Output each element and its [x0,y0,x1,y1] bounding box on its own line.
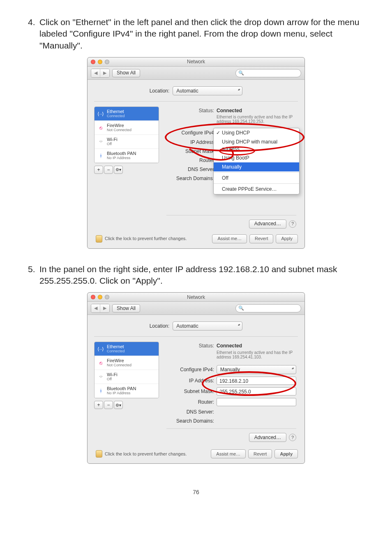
page-number: 76 [25,488,367,496]
close-icon[interactable] [91,295,95,299]
remove-interface-button-2[interactable]: − [104,401,113,409]
sidebar-item-wifi-2[interactable]: ⌔ Wi-Fi Off [95,370,159,384]
remove-interface-button[interactable]: − [104,166,113,174]
dropdown-item-off[interactable]: Off [214,173,299,183]
dns-label: DNS Server [166,166,214,173]
dropdown-separator [214,172,299,173]
step-5-num: 5. [28,264,39,275]
location-row-2: Location: Automatic [94,321,298,337]
add-interface-button[interactable]: + [94,166,103,174]
close-icon[interactable] [91,60,95,64]
apply-button[interactable]: Apply [276,234,298,243]
show-all-button[interactable]: Show All [112,69,140,77]
ethernet-icon: ⟨··⟩ [97,110,104,118]
nav-buttons-2[interactable]: ◀ ▶ [91,304,110,313]
help-button-2[interactable]: ? [289,434,296,441]
lock-text-2: Click the lock to prevent further change… [105,451,187,457]
forward-button[interactable]: ▶ [100,304,109,312]
ethernet-sub-2: Connected [107,349,125,353]
bluetooth-name: Bluetooth PAN [107,151,136,156]
sidebar-item-wifi[interactable]: ⌔ Wi-Fi Off [95,135,159,149]
dropdown-item-dhcp-manual[interactable]: Using DHCP with manual address [214,137,299,153]
columns: ⟨··⟩ Ethernet Connected ⎋ FireWire Not C… [94,106,298,229]
firewire-sub: Not Connected [107,128,131,132]
detail-panel-2: Status: Connected Ethernet is currently … [165,342,298,444]
network-window-2: Network ◀ ▶ Show All 🔍 Location: Automat… [87,292,305,464]
back-button[interactable]: ◀ [91,69,100,77]
help-button[interactable]: ? [289,220,296,228]
wifi-name: Wi-Fi [107,137,118,142]
advanced-row-2: Advanced… ? [166,428,296,442]
show-all-button-2[interactable]: Show All [112,304,140,312]
revert-button[interactable]: Revert [249,234,273,243]
ethernet-sub: Connected [107,114,125,118]
titlebar: Network [88,58,304,67]
location-select[interactable]: Automatic [173,86,242,95]
sidebar-item-ethernet-2[interactable]: ⟨··⟩ Ethernet Connected [95,342,159,356]
configure-ipv4-select[interactable]: Manually [217,365,296,374]
firewire-icon: ⎋ [97,359,104,367]
search-label-2: Search Domains: [166,418,214,424]
interface-list-2[interactable]: ⟨··⟩ Ethernet Connected ⎋ FireWire Not C… [94,342,159,398]
advanced-button[interactable]: Advanced… [249,220,286,229]
lock-icon[interactable] [96,450,102,458]
assist-button[interactable]: Assist me… [212,234,247,243]
ip-address-input[interactable]: 192.168.2.10 [217,377,296,385]
dropdown-item-dhcp[interactable]: Using DHCP [214,128,299,137]
zoom-icon[interactable] [105,295,109,299]
wifi-sub: Off [107,142,118,146]
columns-2: ⟨··⟩ Ethernet Connected ⎋ FireWire Not C… [94,342,298,444]
traffic-lights-2[interactable] [91,295,109,299]
dropdown-item-bootp[interactable]: Using BootP [214,153,299,162]
toolbar: ◀ ▶ Show All 🔍 [88,67,304,80]
nav-buttons[interactable]: ◀ ▶ [91,69,110,78]
ethernet-icon: ⟨··⟩ [97,345,104,353]
dropdown-item-pppoe[interactable]: Create PPPoE Service… [214,185,299,194]
minimize-icon[interactable] [98,60,102,64]
sidebar-item-bluetooth[interactable]: ᚼ Bluetooth PAN No IP Address [95,149,159,163]
sidebar-item-firewire-2[interactable]: ⎋ FireWire Not Connected [95,356,159,370]
add-interface-button-2[interactable]: + [94,401,103,409]
forward-button[interactable]: ▶ [100,69,109,77]
step-4-num: 4. [28,16,39,28]
search-icon: 🔍 [238,70,244,76]
titlebar-2: Network [88,293,304,302]
router-label: Router [166,157,214,164]
revert-button-2[interactable]: Revert [248,449,272,458]
detail-panel: Status: Connected Ethernet is currently … [165,106,298,229]
zoom-icon[interactable] [105,60,109,64]
lock-row-2: Click the lock to prevent further change… [94,449,298,458]
status-value: Connected [217,107,242,114]
sidebar-item-bluetooth-2[interactable]: ᚼ Bluetooth PAN No IP Address [95,384,159,398]
dropdown-item-manually[interactable]: Manually [214,162,299,171]
lock-icon[interactable] [96,235,102,243]
dns-label-2: DNS Server: [166,409,214,415]
subnet-label: Subnet Mask [166,148,214,155]
sidebar-footer: + − ⚙▾ [94,166,159,174]
subnet-mask-input[interactable]: 255.255.255.0 [217,387,296,395]
interface-list[interactable]: ⟨··⟩ Ethernet Connected ⎋ FireWire Not C… [94,106,159,163]
router-input[interactable] [217,398,296,406]
apply-button-2[interactable]: Apply [274,449,298,458]
minimize-icon[interactable] [98,295,102,299]
search-input[interactable]: 🔍 [235,69,301,77]
sidebar-item-ethernet[interactable]: ⟨··⟩ Ethernet Connected [95,107,159,121]
search-icon: 🔍 [238,305,244,311]
lock-row: Click the lock to prevent further change… [94,234,298,243]
traffic-lights[interactable] [91,60,109,64]
bluetooth-icon: ᚼ [97,152,104,160]
window-title-2: Network [187,294,205,301]
gear-menu-button[interactable]: ⚙▾ [114,166,123,174]
sidebar-item-firewire[interactable]: ⎋ FireWire Not Connected [95,121,159,135]
back-button[interactable]: ◀ [91,304,100,312]
configure-ipv4-dropdown[interactable]: Using DHCP Using DHCP with manual addres… [213,128,300,194]
location-select-2[interactable]: Automatic [173,321,242,331]
step-4: 4. Click on "Ethernet" in the left panel… [25,16,367,51]
assist-button-2[interactable]: Assist me… [211,449,246,458]
lock-text: Click the lock to prevent further change… [105,236,187,242]
advanced-button-2[interactable]: Advanced… [249,433,286,442]
wifi-icon: ⌔ [97,138,104,146]
step-4-text: Click on "Ethernet" in the left panel an… [39,16,367,51]
gear-menu-button-2[interactable]: ⚙▾ [114,401,123,409]
search-input-2[interactable]: 🔍 [235,304,301,312]
